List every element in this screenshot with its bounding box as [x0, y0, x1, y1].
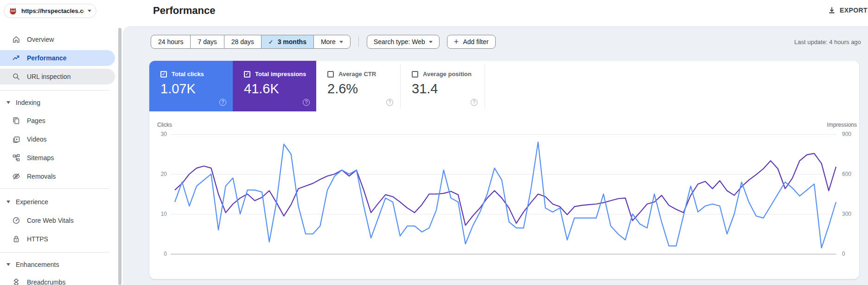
right-tick-label: 300 — [842, 211, 851, 217]
range-label: 24 hours — [158, 38, 183, 45]
property-selector[interactable]: https://hrspectacles.co... — [4, 4, 96, 18]
sidebar-item-label: Performance — [27, 54, 67, 62]
sidebar-item-label: Pages — [27, 117, 45, 124]
video-icon — [12, 135, 20, 143]
last-update-text: Last update: 4 hours ago — [794, 39, 861, 45]
left-tick-label: 0 — [153, 251, 167, 257]
lock-icon — [12, 235, 20, 243]
gridline — [171, 174, 836, 175]
metric-value: 41.6K — [244, 81, 279, 97]
sidebar-item-label: Sitemaps — [27, 154, 54, 162]
gridline — [171, 134, 836, 135]
sidebar-scrollbar[interactable] — [118, 28, 121, 285]
gridline — [171, 254, 836, 254]
chevron-down-icon — [6, 201, 10, 203]
chevron-down-icon — [429, 41, 433, 43]
help-icon[interactable]: ? — [386, 99, 393, 106]
checkbox-checked-icon[interactable]: ✓ — [160, 71, 167, 78]
add-filter-chip[interactable]: + Add filter — [447, 35, 496, 49]
search-type-chip[interactable]: Search type: Web — [367, 35, 440, 49]
checkbox-unchecked-icon[interactable] — [412, 71, 418, 78]
more-label: More — [321, 38, 336, 45]
checkbox-unchecked-icon[interactable] — [327, 71, 334, 78]
metric-tile-total-clicks[interactable]: ✓ Total clicks 1.07K ? — [149, 61, 233, 111]
sidebar-item-breadcrumbs[interactable]: Breadcrumbs — [0, 274, 115, 285]
metric-label: Total impressions — [255, 71, 306, 78]
search-console-app: https://hrspectacles.co... Overview Perf… — [0, 0, 868, 285]
performance-card: ✓ Total clicks 1.07K ? ✓ Total impressio… — [149, 61, 859, 279]
filter-row: 24 hours 7 days 28 days ✓ 3 months More … — [151, 35, 503, 49]
sidebar-divider — [0, 90, 109, 91]
metric-tile-average-position[interactable]: Average position 31.4 ? — [401, 61, 484, 111]
help-icon[interactable]: ? — [471, 99, 478, 106]
right-tick-label: 900 — [842, 131, 851, 137]
export-label: EXPORT — [840, 6, 868, 14]
range-label: 28 days — [231, 38, 254, 45]
help-icon[interactable]: ? — [219, 99, 226, 106]
sidebar-item-label: URL inspection — [27, 73, 70, 80]
metric-value: 31.4 — [412, 81, 438, 97]
metric-tile-average-ctr[interactable]: Average CTR 2.6% ? — [316, 61, 400, 111]
filter-separator — [358, 37, 359, 47]
sidebar-divider — [0, 188, 109, 189]
clicks-line-series — [175, 142, 836, 248]
range-label: 3 months — [278, 38, 306, 45]
plus-icon: + — [454, 37, 459, 47]
sidebar: https://hrspectacles.co... Overview Perf… — [0, 0, 123, 285]
sidebar-item-overview[interactable]: Overview — [0, 32, 115, 47]
sidebar-item-videos[interactable]: Videos — [0, 131, 115, 147]
sidebar-item-label: Core Web Vitals — [27, 217, 74, 224]
search-type-label: Search type: Web — [374, 38, 425, 45]
sidebar-item-sitemaps[interactable]: Sitemaps — [0, 150, 115, 166]
pages-icon — [12, 117, 20, 125]
section-label: Indexing — [16, 99, 40, 106]
export-button[interactable]: EXPORT — [828, 6, 868, 14]
page-title: Performance — [153, 5, 216, 17]
chevron-down-icon — [6, 101, 10, 104]
tile-divider — [400, 64, 401, 109]
right-tick-label: 600 — [842, 171, 851, 177]
date-range-group: 24 hours 7 days 28 days ✓ 3 months More — [151, 35, 351, 49]
right-tick-label: 0 — [842, 251, 845, 257]
property-url: https://hrspectacles.co... — [21, 7, 84, 14]
metric-label: Average CTR — [338, 71, 376, 78]
sidebar-item-performance[interactable]: Performance — [0, 50, 115, 66]
range-3-months[interactable]: ✓ 3 months — [261, 35, 314, 49]
sitemap-tree-icon — [12, 154, 20, 162]
sidebar-section-enhancements[interactable]: Enhancements — [0, 258, 115, 272]
range-28-days[interactable]: 28 days — [224, 35, 262, 49]
sidebar-item-removals[interactable]: Removals — [0, 168, 115, 184]
metric-label: Average position — [423, 71, 472, 78]
left-axis-title: Clicks — [157, 122, 172, 128]
home-icon — [12, 35, 20, 44]
trend-arrow-icon — [12, 54, 20, 62]
sidebar-item-label: Removals — [27, 173, 56, 180]
left-tick-label: 30 — [153, 131, 167, 137]
metric-value: 1.07K — [160, 81, 196, 97]
sidebar-item-pages[interactable]: Pages — [0, 113, 115, 129]
section-label: Enhancements — [16, 261, 59, 268]
sidebar-item-https[interactable]: HTTPS — [0, 231, 115, 247]
metric-tile-total-impressions[interactable]: ✓ Total impressions 41.6K ? — [233, 61, 316, 111]
check-icon: ✓ — [268, 39, 274, 45]
chevron-down-icon — [339, 41, 343, 43]
checkbox-checked-icon[interactable]: ✓ — [244, 71, 250, 78]
sidebar-item-label: Videos — [27, 136, 47, 143]
left-tick-label: 10 — [153, 211, 167, 217]
main-content: 24 hours 7 days 28 days ✓ 3 months More … — [123, 26, 868, 285]
sidebar-item-core-web-vitals[interactable]: Core Web Vitals — [0, 213, 115, 228]
help-icon[interactable]: ? — [303, 99, 310, 106]
chevron-down-icon — [6, 263, 10, 266]
sidebar-section-indexing[interactable]: Indexing — [0, 96, 115, 110]
sidebar-item-label: Overview — [27, 36, 54, 43]
sidebar-section-experience[interactable]: Experience — [0, 195, 115, 209]
download-icon — [828, 6, 836, 14]
range-24-hours[interactable]: 24 hours — [151, 35, 191, 49]
impressions-line-series — [175, 154, 836, 226]
left-tick-label: 20 — [153, 171, 167, 177]
breadcrumbs-icon — [12, 278, 20, 285]
gauge-icon — [12, 216, 20, 225]
range-7-days[interactable]: 7 days — [190, 35, 224, 49]
sidebar-item-url-inspection[interactable]: URL inspection — [0, 69, 115, 84]
range-more-dropdown[interactable]: More — [313, 35, 351, 49]
